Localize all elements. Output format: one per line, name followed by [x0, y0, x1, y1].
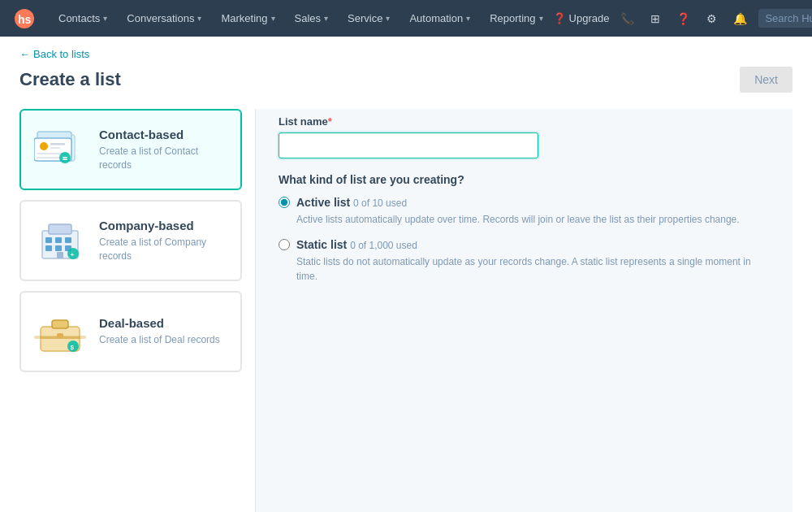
deal-based-text: Deal-based Create a list of Deal records: [99, 316, 220, 347]
svg-rect-19: [55, 245, 62, 251]
svg-rect-14: [49, 224, 71, 234]
page-header: Create a list Next: [0, 60, 812, 109]
back-to-lists-link[interactable]: ← Back to lists: [19, 48, 793, 60]
list-name-input[interactable]: [279, 132, 538, 158]
deal-based-title: Deal-based: [99, 316, 220, 330]
contact-based-title: Contact-based: [99, 128, 227, 141]
company-based-icon: +: [34, 215, 86, 267]
active-list-label[interactable]: Active list 0 of 10 used: [296, 196, 407, 209]
deal-based-card[interactable]: $ Deal-based Create a list of Deal recor…: [19, 291, 242, 372]
svg-rect-15: [45, 237, 52, 243]
svg-point-5: [40, 142, 48, 150]
active-list-option: Active list 0 of 10 used Active lists au…: [279, 196, 770, 227]
company-based-desc: Create a list of Company records: [99, 236, 227, 263]
contact-based-card[interactable]: Contact-based Create a list of Contact r…: [19, 109, 242, 190]
nav-right-actions: ❓ Upgrade 📞 ⊞ ❓ ⚙ 🔔 🔍 IS Inspired Spac ▾: [553, 7, 812, 31]
svg-rect-21: [57, 252, 63, 258]
right-panel: List name* What kind of list are you cre…: [255, 109, 793, 512]
svg-rect-7: [50, 147, 60, 149]
contact-based-desc: Create a list of Contact records: [99, 145, 227, 172]
marketplace-icon-button[interactable]: ⊞: [646, 9, 665, 28]
list-name-label: List name*: [279, 115, 770, 128]
svg-text:$: $: [71, 344, 75, 351]
nav-sales[interactable]: Sales ▾: [285, 0, 339, 37]
svg-rect-6: [50, 143, 65, 145]
static-list-radio[interactable]: [279, 239, 290, 250]
phone-icon-button[interactable]: 📞: [615, 9, 639, 28]
svg-rect-11: [63, 157, 67, 158]
chevron-down-icon: ▾: [386, 14, 390, 23]
static-list-option: Static list 0 of 1,000 used Static lists…: [279, 238, 770, 284]
active-list-radio[interactable]: [279, 197, 290, 208]
page-container: ← Back to lists Create a list Next: [0, 37, 812, 512]
main-layout: Contact-based Create a list of Contact r…: [0, 109, 812, 512]
chevron-down-icon: ▾: [271, 14, 275, 23]
back-arrow-icon: ←: [19, 48, 30, 60]
next-button[interactable]: Next: [740, 67, 793, 93]
contact-based-icon: [34, 124, 86, 176]
search-input[interactable]: [765, 12, 812, 24]
svg-rect-16: [55, 237, 62, 243]
top-navigation: hs Contacts ▾ Conversations ▾ Marketing …: [0, 0, 812, 37]
company-based-text: Company-based Create a list of Company r…: [99, 219, 227, 263]
static-list-description: Static lists do not automatically update…: [279, 254, 770, 284]
svg-text:hs: hs: [18, 13, 32, 26]
static-list-label[interactable]: Static list 0 of 1,000 used: [296, 238, 417, 251]
settings-icon-button[interactable]: ⚙: [702, 9, 722, 28]
nav-links: Contacts ▾ Conversations ▾ Marketing ▾ S…: [49, 0, 553, 37]
svg-rect-25: [52, 320, 68, 328]
chevron-down-icon: ▾: [103, 14, 107, 23]
contact-based-text: Contact-based Create a list of Contact r…: [99, 128, 227, 172]
svg-rect-18: [45, 245, 52, 251]
search-box[interactable]: 🔍: [758, 9, 812, 28]
chevron-down-icon: ▾: [324, 14, 328, 23]
svg-rect-12: [63, 159, 67, 161]
svg-rect-28: [57, 333, 63, 338]
nav-contacts[interactable]: Contacts ▾: [49, 0, 117, 37]
help-icon-button[interactable]: ❓: [672, 9, 695, 28]
notifications-icon-button[interactable]: 🔔: [728, 9, 752, 28]
active-list-description: Active lists automatically update over t…: [279, 212, 770, 227]
svg-text:+: +: [71, 251, 75, 258]
chevron-down-icon: ▾: [197, 14, 201, 23]
list-type-panel: Contact-based Create a list of Contact r…: [19, 109, 255, 512]
nav-automation[interactable]: Automation ▾: [400, 0, 480, 37]
nav-conversations[interactable]: Conversations ▾: [117, 0, 211, 37]
required-indicator: *: [328, 115, 332, 128]
company-based-card[interactable]: + Company-based Create a list of Company…: [19, 200, 242, 281]
deal-based-desc: Create a list of Deal records: [99, 333, 220, 347]
chevron-down-icon: ▾: [466, 14, 470, 23]
svg-rect-9: [37, 157, 61, 158]
breadcrumb: ← Back to lists: [0, 37, 812, 60]
nav-service[interactable]: Service ▾: [338, 0, 400, 37]
form-section: List name* What kind of list are you cre…: [279, 109, 770, 284]
company-based-title: Company-based: [99, 219, 227, 232]
nav-marketing[interactable]: Marketing ▾: [211, 0, 284, 37]
list-kind-question: What kind of list are you creating?: [279, 173, 770, 186]
page-title: Create a list: [19, 69, 121, 90]
upgrade-button[interactable]: ❓ Upgrade: [553, 12, 610, 24]
svg-rect-17: [65, 237, 71, 243]
chevron-down-icon: ▾: [539, 14, 543, 23]
hubspot-logo[interactable]: hs: [13, 7, 36, 30]
nav-reporting[interactable]: Reporting ▾: [480, 0, 552, 37]
deal-based-icon: $: [34, 306, 86, 358]
